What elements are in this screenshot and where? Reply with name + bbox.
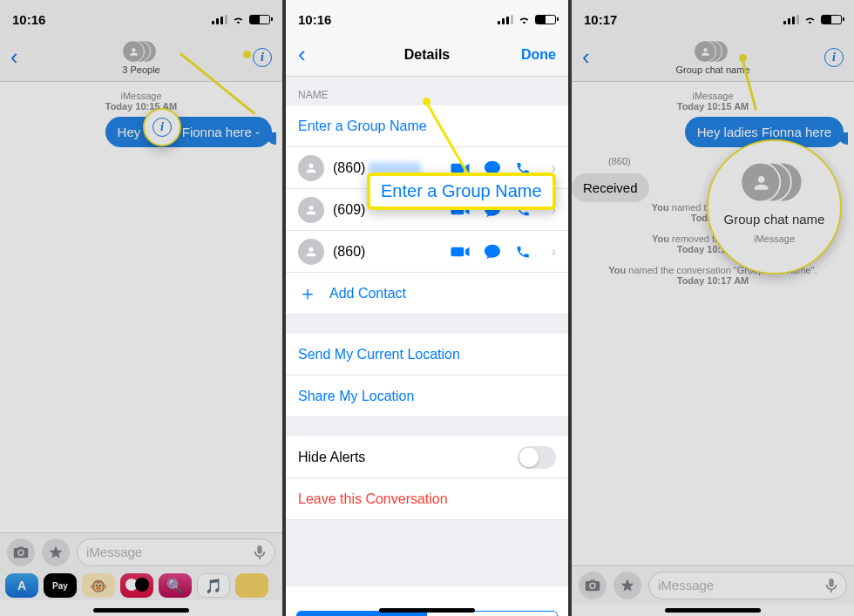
callout-group-name: Enter a Group Name [367, 173, 556, 210]
animoji-icon[interactable]: 🐵 [82, 573, 115, 598]
camera-button[interactable] [7, 538, 35, 566]
callout-info-icon: i [143, 108, 181, 146]
contact-row-3[interactable]: (860) › [286, 231, 568, 273]
timestamp: iMessage Today 10:15 AM [572, 91, 854, 112]
chat-header: ‹ 3 People i [0, 33, 282, 82]
compose-bar: iMessage [0, 532, 282, 571]
appstore-button[interactable] [613, 572, 641, 599]
compose-input[interactable]: iMessage [77, 538, 275, 566]
avatar-icon [298, 197, 324, 223]
group-avatar-icon[interactable] [125, 39, 157, 64]
video-icon[interactable] [451, 246, 470, 258]
camera-button[interactable] [579, 572, 607, 599]
info-button[interactable]: i [824, 48, 844, 67]
battery-icon [821, 15, 842, 24]
phone-icon[interactable] [515, 244, 531, 260]
status-time: 10:16 [298, 12, 427, 27]
info-button[interactable]: i [253, 48, 272, 67]
mic-icon[interactable] [254, 545, 266, 560]
done-button[interactable]: Done [521, 47, 556, 63]
status-time: 10:16 [12, 12, 141, 27]
home-indicator[interactable] [379, 608, 475, 613]
wifi-icon [803, 15, 817, 24]
message-incoming[interactable]: Received [572, 173, 649, 202]
app-store-icon[interactable]: A [5, 573, 38, 598]
signal-icon [212, 15, 227, 24]
compose-bar: iMessage [572, 565, 854, 604]
back-button[interactable]: ‹ [10, 44, 18, 71]
digital-touch-icon[interactable] [120, 573, 153, 598]
apple-pay-icon[interactable]: Pay [44, 573, 77, 598]
leave-conversation-button[interactable]: Leave this Conversation [286, 478, 568, 520]
home-indicator[interactable] [93, 608, 189, 613]
send-location-button[interactable]: Send My Current Location [286, 334, 568, 376]
appstore-button[interactable] [42, 538, 70, 566]
music-icon[interactable]: 🎵 [197, 573, 230, 598]
wifi-icon [518, 15, 531, 24]
group-name-input[interactable]: Enter a Group Name [286, 105, 568, 147]
chat-body[interactable]: iMessage Today 10:15 AM Hey ladies Fionn… [0, 82, 282, 509]
details-header: ‹ Details Done [286, 33, 568, 77]
chat-header: ‹ Group chat name i [572, 33, 854, 82]
app-extra-icon[interactable] [235, 573, 268, 598]
header-subtitle: Group chat name [676, 64, 750, 75]
system-message: You named the conversation "Group chat n… [572, 265, 854, 286]
compose-input[interactable]: iMessage [648, 572, 847, 599]
avatar-icon [298, 155, 324, 181]
wifi-icon [232, 15, 245, 24]
app-strip[interactable]: A Pay 🐵 🔍 🎵 [0, 571, 282, 600]
status-time: 10:17 [584, 12, 713, 27]
message-outgoing[interactable]: Hey ladies Fionna here - [105, 117, 272, 147]
back-button[interactable]: ‹ [582, 44, 590, 71]
group-avatar-icon[interactable] [697, 39, 729, 64]
share-location-button[interactable]: Share My Location [286, 376, 568, 417]
mic-icon[interactable] [825, 578, 837, 593]
battery-icon [249, 15, 270, 24]
home-indicator[interactable] [665, 608, 761, 613]
status-bar: 10:16 [286, 0, 568, 33]
plus-icon: ＋ [298, 281, 317, 307]
hide-alerts-toggle[interactable] [518, 446, 556, 469]
message-icon[interactable] [484, 244, 501, 260]
signal-icon [498, 15, 513, 24]
header-subtitle: 3 People [122, 64, 159, 75]
images-icon[interactable]: 🔍 [159, 573, 192, 598]
status-bar: 10:16 [0, 0, 282, 33]
chevron-right-icon: › [552, 244, 556, 260]
signal-icon [783, 15, 799, 24]
status-bar: 10:17 [572, 0, 854, 33]
hide-alerts-row: Hide Alerts [286, 437, 568, 478]
add-contact-button[interactable]: ＋ Add Contact [286, 273, 568, 315]
sender-label: (860) [608, 156, 631, 166]
battery-icon [535, 15, 556, 24]
avatar-icon [298, 239, 324, 265]
callout-group-title: Group chat name iMessage [707, 139, 842, 274]
